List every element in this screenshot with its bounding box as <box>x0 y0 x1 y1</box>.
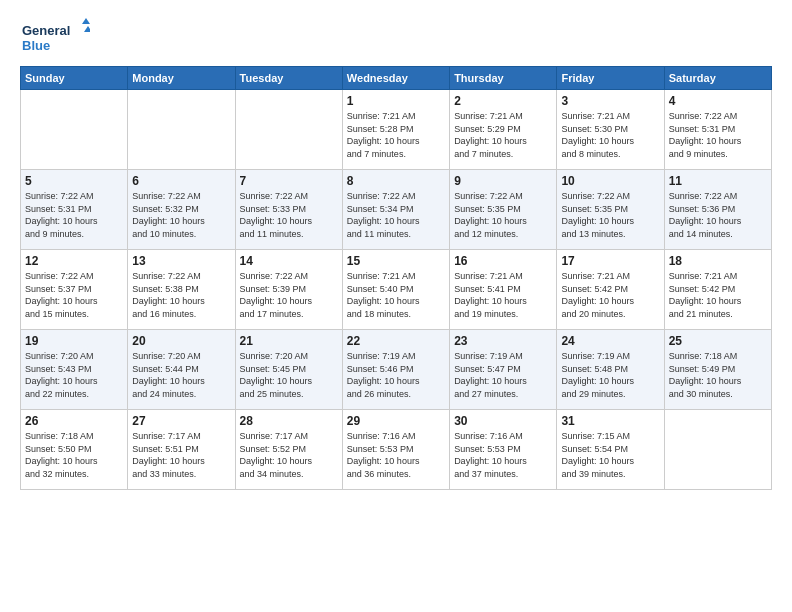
calendar-cell: 17Sunrise: 7:21 AM Sunset: 5:42 PM Dayli… <box>557 250 664 330</box>
calendar-table: SundayMondayTuesdayWednesdayThursdayFrid… <box>20 66 772 490</box>
day-number: 23 <box>454 334 552 348</box>
day-info: Sunrise: 7:20 AM Sunset: 5:44 PM Dayligh… <box>132 350 230 400</box>
calendar-cell: 6Sunrise: 7:22 AM Sunset: 5:32 PM Daylig… <box>128 170 235 250</box>
day-number: 19 <box>25 334 123 348</box>
day-info: Sunrise: 7:19 AM Sunset: 5:46 PM Dayligh… <box>347 350 445 400</box>
day-number: 5 <box>25 174 123 188</box>
calendar-cell: 20Sunrise: 7:20 AM Sunset: 5:44 PM Dayli… <box>128 330 235 410</box>
calendar-cell <box>664 410 771 490</box>
day-info: Sunrise: 7:22 AM Sunset: 5:31 PM Dayligh… <box>669 110 767 160</box>
day-info: Sunrise: 7:22 AM Sunset: 5:39 PM Dayligh… <box>240 270 338 320</box>
calendar-page: General Blue SundayMondayTuesdayWednesda… <box>0 0 792 500</box>
calendar-cell: 22Sunrise: 7:19 AM Sunset: 5:46 PM Dayli… <box>342 330 449 410</box>
day-info: Sunrise: 7:21 AM Sunset: 5:42 PM Dayligh… <box>561 270 659 320</box>
day-number: 20 <box>132 334 230 348</box>
day-number: 8 <box>347 174 445 188</box>
day-number: 27 <box>132 414 230 428</box>
day-info: Sunrise: 7:22 AM Sunset: 5:33 PM Dayligh… <box>240 190 338 240</box>
weekday-header: Wednesday <box>342 67 449 90</box>
day-info: Sunrise: 7:22 AM Sunset: 5:32 PM Dayligh… <box>132 190 230 240</box>
day-number: 25 <box>669 334 767 348</box>
day-number: 4 <box>669 94 767 108</box>
day-number: 22 <box>347 334 445 348</box>
calendar-cell: 30Sunrise: 7:16 AM Sunset: 5:53 PM Dayli… <box>450 410 557 490</box>
calendar-cell: 3Sunrise: 7:21 AM Sunset: 5:30 PM Daylig… <box>557 90 664 170</box>
calendar-cell: 26Sunrise: 7:18 AM Sunset: 5:50 PM Dayli… <box>21 410 128 490</box>
day-info: Sunrise: 7:18 AM Sunset: 5:49 PM Dayligh… <box>669 350 767 400</box>
calendar-cell: 13Sunrise: 7:22 AM Sunset: 5:38 PM Dayli… <box>128 250 235 330</box>
day-number: 3 <box>561 94 659 108</box>
svg-marker-2 <box>82 18 90 24</box>
day-info: Sunrise: 7:18 AM Sunset: 5:50 PM Dayligh… <box>25 430 123 480</box>
day-number: 24 <box>561 334 659 348</box>
day-info: Sunrise: 7:22 AM Sunset: 5:35 PM Dayligh… <box>561 190 659 240</box>
day-number: 7 <box>240 174 338 188</box>
calendar-cell: 5Sunrise: 7:22 AM Sunset: 5:31 PM Daylig… <box>21 170 128 250</box>
calendar-cell: 18Sunrise: 7:21 AM Sunset: 5:42 PM Dayli… <box>664 250 771 330</box>
day-info: Sunrise: 7:16 AM Sunset: 5:53 PM Dayligh… <box>347 430 445 480</box>
calendar-week-row: 12Sunrise: 7:22 AM Sunset: 5:37 PM Dayli… <box>21 250 772 330</box>
day-number: 28 <box>240 414 338 428</box>
svg-text:General: General <box>22 23 70 38</box>
calendar-cell: 15Sunrise: 7:21 AM Sunset: 5:40 PM Dayli… <box>342 250 449 330</box>
day-number: 18 <box>669 254 767 268</box>
calendar-cell: 28Sunrise: 7:17 AM Sunset: 5:52 PM Dayli… <box>235 410 342 490</box>
weekday-header: Monday <box>128 67 235 90</box>
calendar-cell: 29Sunrise: 7:16 AM Sunset: 5:53 PM Dayli… <box>342 410 449 490</box>
day-number: 13 <box>132 254 230 268</box>
day-info: Sunrise: 7:17 AM Sunset: 5:52 PM Dayligh… <box>240 430 338 480</box>
day-number: 21 <box>240 334 338 348</box>
day-info: Sunrise: 7:20 AM Sunset: 5:45 PM Dayligh… <box>240 350 338 400</box>
calendar-cell: 31Sunrise: 7:15 AM Sunset: 5:54 PM Dayli… <box>557 410 664 490</box>
day-number: 17 <box>561 254 659 268</box>
calendar-week-row: 1Sunrise: 7:21 AM Sunset: 5:28 PM Daylig… <box>21 90 772 170</box>
calendar-cell: 1Sunrise: 7:21 AM Sunset: 5:28 PM Daylig… <box>342 90 449 170</box>
calendar-cell: 12Sunrise: 7:22 AM Sunset: 5:37 PM Dayli… <box>21 250 128 330</box>
day-number: 6 <box>132 174 230 188</box>
calendar-week-row: 26Sunrise: 7:18 AM Sunset: 5:50 PM Dayli… <box>21 410 772 490</box>
day-info: Sunrise: 7:21 AM Sunset: 5:30 PM Dayligh… <box>561 110 659 160</box>
day-number: 29 <box>347 414 445 428</box>
calendar-week-row: 5Sunrise: 7:22 AM Sunset: 5:31 PM Daylig… <box>21 170 772 250</box>
calendar-cell: 19Sunrise: 7:20 AM Sunset: 5:43 PM Dayli… <box>21 330 128 410</box>
weekday-header: Sunday <box>21 67 128 90</box>
weekday-header: Thursday <box>450 67 557 90</box>
day-number: 14 <box>240 254 338 268</box>
day-number: 2 <box>454 94 552 108</box>
day-number: 26 <box>25 414 123 428</box>
day-info: Sunrise: 7:21 AM Sunset: 5:41 PM Dayligh… <box>454 270 552 320</box>
calendar-cell: 14Sunrise: 7:22 AM Sunset: 5:39 PM Dayli… <box>235 250 342 330</box>
calendar-cell: 7Sunrise: 7:22 AM Sunset: 5:33 PM Daylig… <box>235 170 342 250</box>
day-info: Sunrise: 7:22 AM Sunset: 5:36 PM Dayligh… <box>669 190 767 240</box>
calendar-cell: 23Sunrise: 7:19 AM Sunset: 5:47 PM Dayli… <box>450 330 557 410</box>
header: General Blue <box>20 18 772 56</box>
calendar-cell: 4Sunrise: 7:22 AM Sunset: 5:31 PM Daylig… <box>664 90 771 170</box>
weekday-header-row: SundayMondayTuesdayWednesdayThursdayFrid… <box>21 67 772 90</box>
day-number: 16 <box>454 254 552 268</box>
day-number: 12 <box>25 254 123 268</box>
logo: General Blue <box>20 18 90 56</box>
calendar-cell: 24Sunrise: 7:19 AM Sunset: 5:48 PM Dayli… <box>557 330 664 410</box>
day-info: Sunrise: 7:21 AM Sunset: 5:40 PM Dayligh… <box>347 270 445 320</box>
calendar-cell: 21Sunrise: 7:20 AM Sunset: 5:45 PM Dayli… <box>235 330 342 410</box>
day-info: Sunrise: 7:21 AM Sunset: 5:29 PM Dayligh… <box>454 110 552 160</box>
day-info: Sunrise: 7:19 AM Sunset: 5:47 PM Dayligh… <box>454 350 552 400</box>
svg-marker-3 <box>84 26 90 32</box>
day-info: Sunrise: 7:17 AM Sunset: 5:51 PM Dayligh… <box>132 430 230 480</box>
weekday-header: Saturday <box>664 67 771 90</box>
calendar-cell: 9Sunrise: 7:22 AM Sunset: 5:35 PM Daylig… <box>450 170 557 250</box>
calendar-cell <box>21 90 128 170</box>
day-number: 1 <box>347 94 445 108</box>
day-info: Sunrise: 7:22 AM Sunset: 5:37 PM Dayligh… <box>25 270 123 320</box>
svg-text:Blue: Blue <box>22 38 50 53</box>
day-number: 31 <box>561 414 659 428</box>
day-number: 30 <box>454 414 552 428</box>
day-number: 11 <box>669 174 767 188</box>
calendar-cell: 11Sunrise: 7:22 AM Sunset: 5:36 PM Dayli… <box>664 170 771 250</box>
calendar-cell: 8Sunrise: 7:22 AM Sunset: 5:34 PM Daylig… <box>342 170 449 250</box>
day-info: Sunrise: 7:22 AM Sunset: 5:34 PM Dayligh… <box>347 190 445 240</box>
calendar-week-row: 19Sunrise: 7:20 AM Sunset: 5:43 PM Dayli… <box>21 330 772 410</box>
day-info: Sunrise: 7:16 AM Sunset: 5:53 PM Dayligh… <box>454 430 552 480</box>
day-number: 15 <box>347 254 445 268</box>
day-number: 9 <box>454 174 552 188</box>
